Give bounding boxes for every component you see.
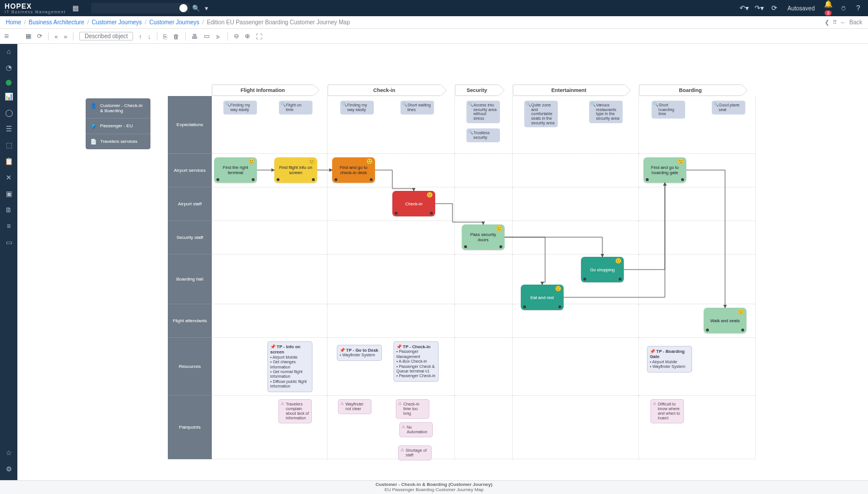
home-icon[interactable]: ⌂ xyxy=(4,47,13,57)
phase-header: Security xyxy=(455,84,499,96)
expectation-card[interactable]: Short boarding time xyxy=(652,101,685,119)
refresh-icon[interactable]: ⟳ xyxy=(769,4,779,12)
face-icon: 🙂 xyxy=(496,226,502,231)
export-icon[interactable]: ▭ xyxy=(204,32,209,40)
settings-icon[interactable]: ⚙ xyxy=(4,465,13,474)
reload-icon[interactable]: ⟳ xyxy=(37,32,42,40)
toolbar: ▦ ⟳ « » Described object ↑ ↓ ⎘ 🗑 🖶 ▭ ⪢ ⊖… xyxy=(0,29,868,44)
expectation-card[interactable]: Finding my way easily xyxy=(223,101,257,115)
search-clear-icon[interactable] xyxy=(179,4,187,12)
touchpoint-card[interactable]: 🙂Find and go to check-in desk xyxy=(332,157,375,183)
touchpoint-label: Walk and seats xyxy=(711,318,740,323)
expectation-card[interactable]: Quite zone and comfortable seats in the … xyxy=(524,101,558,127)
painpoint-card[interactable]: Check-in time too long xyxy=(396,399,429,419)
hamburger-icon[interactable]: ≡ xyxy=(4,31,9,40)
next-icon[interactable]: » xyxy=(64,33,67,40)
redo-icon[interactable]: ↷▾ xyxy=(754,4,764,12)
search-dropdown-icon[interactable]: ▾ xyxy=(205,5,208,12)
touchpoint-label: Go shopping xyxy=(590,267,615,272)
breadcrumb-link[interactable]: Customer Journeys xyxy=(91,19,142,25)
fullscreen-icon[interactable]: ⛶ xyxy=(256,33,262,40)
grid-icon[interactable]: ▦ xyxy=(25,32,31,40)
expectation-card[interactable]: Access into security area without stress xyxy=(466,101,500,123)
breadcrumb-link[interactable]: Customer Journeys xyxy=(149,19,200,25)
delete-icon[interactable]: 🗑 xyxy=(173,33,179,40)
breadcrumbs: Home/Business Architecture/Customer Jour… xyxy=(0,16,868,29)
list2-icon[interactable]: ☰ xyxy=(4,125,13,134)
zoom-out-icon[interactable]: ⊖ xyxy=(234,32,239,40)
back-label[interactable]: Back xyxy=(849,19,862,25)
tools-icon[interactable]: ✕ xyxy=(4,174,13,183)
search-icon[interactable]: 🔍 xyxy=(192,5,200,12)
back-arrow-icon[interactable]: ← xyxy=(840,19,846,25)
touchpoint-card[interactable]: 🙂Find the right terminal xyxy=(214,157,257,183)
notifications-icon[interactable]: 🔔3 xyxy=(823,0,833,16)
database-icon[interactable]: ≡ xyxy=(4,222,13,231)
resource-card[interactable]: 📌 TP - Check-in▪ Passenger Management▪ A… xyxy=(393,341,439,382)
breadcrumb-current: Edition EU Passenger Boarding Customer J… xyxy=(207,19,350,25)
lane-header: Resources xyxy=(168,338,212,396)
touchpoint-card[interactable]: 🙁Check-in xyxy=(392,191,435,216)
up-icon[interactable]: ↑ xyxy=(139,33,142,40)
passenger-icon: 🧳 xyxy=(90,123,97,129)
resource-card[interactable]: 📌 TP - Boarding Gate▪ Airport Mobile▪ Wa… xyxy=(647,346,692,373)
painpoint-card[interactable]: Travelers complain about lack of informa… xyxy=(278,399,312,423)
search-input[interactable] xyxy=(91,3,190,13)
touchpoint-card[interactable]: 🙂Find and go to boarding gate xyxy=(643,157,686,183)
touchpoint-card[interactable]: 🙂Go shopping xyxy=(581,257,624,282)
touchpoint-label: Find the right terminal xyxy=(218,165,253,175)
zoom-in-icon[interactable]: ⊕ xyxy=(245,32,250,40)
share-icon[interactable]: ⪢ xyxy=(215,33,222,40)
down-icon[interactable]: ↓ xyxy=(148,33,151,40)
info-services: Travelers services xyxy=(100,139,138,145)
dashboard-icon[interactable]: ◔ xyxy=(4,64,13,73)
box-icon[interactable]: ⬚ xyxy=(4,141,13,150)
expectation-card[interactable]: Finding my way easily xyxy=(340,101,374,115)
undo-icon[interactable]: ↶▾ xyxy=(739,4,749,12)
layout-icon[interactable]: ▣ xyxy=(4,190,13,199)
apps-icon[interactable]: ▦ xyxy=(71,4,81,12)
report-icon[interactable]: 🗎 xyxy=(4,206,13,215)
touchpoint-label: Find and go to check-in desk xyxy=(336,165,372,175)
help-icon[interactable]: ? xyxy=(853,4,863,12)
expectation-card[interactable]: Various restaurants type in the security… xyxy=(589,101,623,123)
expectation-card[interactable]: Good plane seat xyxy=(712,101,745,115)
brand: HOPEX IT Business Management xyxy=(5,3,66,14)
clipboard-icon[interactable]: 📋 xyxy=(4,157,13,167)
globe-icon[interactable]: ◯ xyxy=(4,109,13,118)
phase-header: Entertainment xyxy=(513,84,625,96)
touchpoint-card[interactable]: 🙂Pass security doors xyxy=(462,224,505,250)
resource-card[interactable]: 📌 TP - Go to Desk▪ Wayfinder System xyxy=(337,345,382,361)
first-icon[interactable]: « xyxy=(54,33,58,40)
lane-header: Painpoints xyxy=(168,396,212,459)
expectation-card[interactable]: Flight on time xyxy=(279,101,312,115)
phase-header: Flight Information xyxy=(212,84,314,96)
search-wrap: 🔍 ▾ xyxy=(91,3,208,13)
breadcrumb-link[interactable]: Home xyxy=(6,19,21,25)
touchpoint-card[interactable]: 🙂Find flight info on screen xyxy=(274,157,317,183)
expectation-card[interactable]: Short waiting lines xyxy=(400,101,434,115)
resource-card[interactable]: 📌 TP - Info on screen▪ Airport Mobile▪ G… xyxy=(267,341,312,392)
prev-icon[interactable]: ❮ xyxy=(825,19,829,25)
breadcrumb-link[interactable]: Business Architecture xyxy=(28,19,84,25)
copy-icon[interactable]: ⎘ xyxy=(163,33,167,40)
expectation-card[interactable]: Trustless security xyxy=(466,128,500,142)
list-icon[interactable]: ⠿ xyxy=(833,19,837,25)
chart-icon[interactable]: 📊 xyxy=(4,93,13,102)
canvas[interactable]: 👤Customer - Check-in & Boarding 🧳Passeng… xyxy=(17,44,868,480)
touchpoint-card[interactable]: 🙂Walk and seats xyxy=(704,308,746,333)
active-dot-icon[interactable] xyxy=(6,80,12,86)
user-icon[interactable]: ⍥ xyxy=(838,4,848,12)
painpoint-card[interactable]: Shortage of staff xyxy=(398,445,432,460)
described-object[interactable]: Described object xyxy=(79,32,133,40)
card-icon[interactable]: ▭ xyxy=(4,238,13,248)
painpoint-card[interactable]: Wayfinder not clear xyxy=(338,399,372,414)
painpoint-card[interactable]: No Automation xyxy=(399,422,433,437)
phase-header: Boarding xyxy=(639,84,742,96)
print-icon[interactable]: 🖶 xyxy=(192,33,198,40)
info-card: 👤Customer - Check-in & Boarding 🧳Passeng… xyxy=(86,98,150,149)
painpoint-card[interactable]: Difficult to know where and when to boar… xyxy=(650,399,684,423)
info-passenger: Passenger - EU xyxy=(100,123,133,129)
star-icon[interactable]: ☆ xyxy=(4,449,13,458)
face-icon: 🙂 xyxy=(615,258,621,264)
